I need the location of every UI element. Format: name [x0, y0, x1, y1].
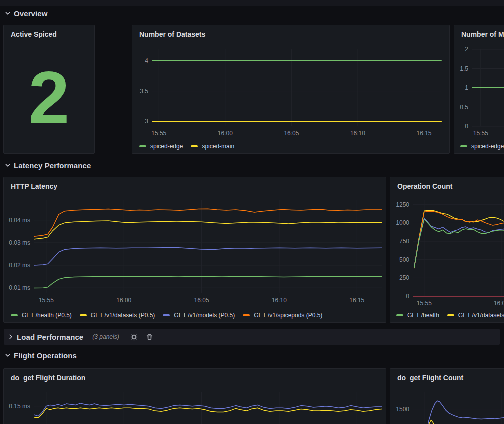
svg-text:750: 750	[400, 238, 410, 245]
stat-value: 2	[4, 42, 94, 153]
legend-item[interactable]: spiced-main	[191, 143, 234, 150]
svg-text:0.03 ms: 0.03 ms	[9, 239, 30, 246]
legend-item[interactable]: GET /v1/datasets (P0.5)	[80, 312, 156, 319]
svg-text:0.02 ms: 0.02 ms	[9, 262, 30, 269]
chevron-down-icon	[5, 162, 11, 168]
section-header-flight-operations[interactable]: Flight Operations	[5, 349, 77, 361]
chevron-down-icon	[5, 352, 11, 358]
svg-text:16:15: 16:15	[417, 130, 432, 137]
section-label: Flight Operations	[14, 351, 77, 360]
chart-legend: GET /healthGET /v1/datasetsGET /v1/model…	[390, 308, 504, 322]
panel-title[interactable]: Operation Count	[390, 177, 504, 194]
panel-operation-count: Operation Count 02505007501000125015:551…	[390, 177, 504, 323]
legend-swatch	[140, 145, 146, 147]
panel-http-latency: HTTP Latency 0.01 ms0.02 ms0.03 ms0.04 m…	[4, 177, 386, 323]
svg-text:1500: 1500	[396, 406, 410, 413]
chevron-right-icon	[8, 334, 14, 340]
timeseries-chart[interactable]: 00.511.5215:5516:00	[454, 43, 504, 139]
legend-label: GET /health (P0.5)	[22, 312, 72, 319]
svg-text:1: 1	[465, 84, 468, 91]
legend-label: spiced-edge	[472, 143, 504, 150]
svg-text:0.01 ms: 0.01 ms	[9, 284, 30, 291]
top-bar	[0, 0, 504, 6]
svg-text:16:10: 16:10	[350, 130, 366, 137]
chart-legend: spiced-edgespiced-main	[132, 139, 450, 153]
svg-text:16:00: 16:00	[494, 300, 504, 307]
grafana-dashboard: Overview Active Spiced 2 Number of Datas…	[0, 0, 504, 424]
gear-icon[interactable]	[130, 333, 138, 341]
panel-title[interactable]: HTTP Latency	[4, 177, 386, 194]
legend-swatch	[191, 145, 198, 147]
legend-label: spiced-edge	[150, 143, 183, 150]
timeseries-chart[interactable]: 02505007501000125015:5516:00	[390, 195, 504, 309]
legend-item[interactable]: spiced-edge	[460, 143, 504, 150]
legend-item[interactable]: GET /v1/datasets	[448, 312, 504, 319]
panel-title[interactable]: do_get Flight Duration	[4, 369, 386, 386]
legend-label: GET /health	[408, 312, 440, 319]
legend-item[interactable]: GET /health	[396, 312, 440, 319]
svg-text:0: 0	[406, 293, 410, 300]
svg-text:1.5: 1.5	[460, 65, 468, 72]
section-label: Overview	[14, 9, 48, 18]
panel-number-of-models: Number of Models 00.511.5215:5516:00 spi…	[454, 25, 504, 154]
section-header-load-performance[interactable]: Load Performance (3 panels)	[4, 329, 500, 345]
svg-text:250: 250	[400, 274, 410, 281]
panel-title[interactable]: Number of Datasets	[132, 25, 450, 42]
svg-text:4: 4	[145, 57, 148, 64]
svg-text:500: 500	[400, 256, 410, 263]
chart-legend: spiced-edge	[454, 139, 504, 153]
legend-item[interactable]: GET /health (P0.5)	[11, 312, 72, 319]
svg-text:16:05: 16:05	[194, 297, 210, 304]
section-header-overview[interactable]: Overview	[5, 7, 48, 19]
svg-text:0: 0	[465, 123, 468, 130]
legend-item[interactable]: spiced-edge	[140, 143, 183, 150]
panel-title[interactable]: do_get Flight Count	[390, 369, 504, 386]
chart-legend: GET /health (P0.5)GET /v1/datasets (P0.5…	[4, 308, 386, 322]
svg-text:0.5: 0.5	[460, 104, 468, 111]
section-header-latency-performance[interactable]: Latency Performance	[5, 159, 91, 171]
svg-text:15:55: 15:55	[474, 130, 488, 137]
panel-do-get-flight-duration: do_get Flight Duration 0.15 ms15:5516:00…	[4, 368, 386, 424]
svg-text:15:55: 15:55	[39, 297, 54, 304]
legend-swatch	[396, 314, 404, 316]
section-label: Latency Performance	[14, 161, 91, 170]
section-label: Load Performance	[17, 333, 84, 341]
svg-text:16:10: 16:10	[272, 297, 287, 304]
panels-count: (3 panels)	[92, 333, 119, 340]
svg-text:16:05: 16:05	[284, 130, 299, 137]
legend-swatch	[243, 314, 250, 316]
timeseries-chart[interactable]: 150015:5516:00	[390, 387, 504, 424]
legend-item[interactable]: GET /v1/spicepods (P0.5)	[243, 312, 322, 319]
legend-label: GET /v1/models (P0.5)	[174, 312, 235, 319]
svg-text:3.5: 3.5	[140, 88, 148, 95]
svg-text:3: 3	[145, 118, 148, 125]
svg-text:16:15: 16:15	[350, 297, 364, 304]
legend-swatch	[11, 314, 18, 316]
legend-label: GET /v1/datasets (P0.5)	[91, 312, 156, 319]
legend-swatch	[80, 314, 87, 316]
panel-active-spiced: Active Spiced 2	[4, 25, 95, 154]
panel-title[interactable]: Active Spiced	[4, 25, 94, 42]
svg-text:1250: 1250	[396, 201, 410, 208]
legend-swatch	[163, 314, 170, 316]
legend-item[interactable]: GET /v1/models (P0.5)	[163, 312, 235, 319]
timeseries-chart[interactable]: 33.5415:5516:0016:0516:1016:15	[132, 43, 450, 139]
legend-label: GET /v1/datasets	[458, 312, 504, 319]
panel-title[interactable]: Number of Models	[454, 25, 504, 42]
legend-swatch	[448, 314, 454, 316]
panel-do-get-flight-count: do_get Flight Count 150015:5516:00	[390, 368, 504, 424]
legend-label: GET /v1/spicepods (P0.5)	[254, 312, 322, 319]
legend-label: spiced-main	[202, 143, 234, 150]
timeseries-chart[interactable]: 0.01 ms0.02 ms0.03 ms0.04 ms15:5516:0016…	[4, 195, 386, 309]
svg-text:1000: 1000	[396, 219, 410, 226]
legend-swatch	[460, 145, 468, 147]
svg-text:16:00: 16:00	[116, 297, 132, 304]
chevron-down-icon	[5, 10, 11, 16]
svg-text:15:55: 15:55	[417, 300, 432, 307]
svg-text:0.04 ms: 0.04 ms	[9, 217, 30, 224]
panel-number-of-datasets: Number of Datasets 33.5415:5516:0016:051…	[132, 25, 450, 154]
timeseries-chart[interactable]: 0.15 ms15:5516:0016:0516:1016:15	[4, 387, 386, 424]
svg-text:16:00: 16:00	[218, 130, 233, 137]
trash-icon[interactable]	[146, 333, 154, 341]
svg-text:0.15 ms: 0.15 ms	[9, 403, 30, 410]
